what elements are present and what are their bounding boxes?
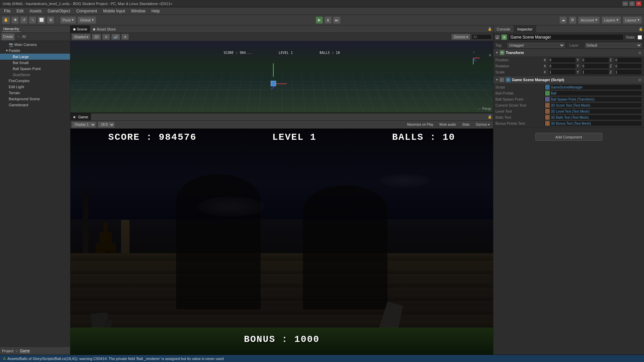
menu-assets[interactable]: Assets [27,8,44,14]
ballspawn-ref[interactable]: Ball Spawn Point (Transform) [544,97,642,102]
lock-game-btn[interactable]: 🔒 [488,115,492,119]
scale-z[interactable]: 1 [614,69,642,75]
menu-edit[interactable]: Edit [14,8,26,14]
hierarchy-item-duststorm[interactable]: DustStorm [0,72,70,78]
account-dropdown[interactable]: Account ▾ [578,16,600,24]
global-dropdown[interactable]: Global ▾ [77,16,96,24]
leveltext-ref[interactable]: 3D Level Text (Text Mesh) [544,109,642,114]
scale-tool-button[interactable]: ⤡ [29,16,36,24]
hierarchy-item-firecomplex[interactable]: FireComplex [0,78,70,84]
hand-tool-button[interactable]: ✋ [2,16,10,24]
game-view[interactable]: SCORE : 984576 LEVEL 1 BALLS : 10 BONUS … [70,129,493,355]
ballstext-ref[interactable]: 3D Balls Text (Text Mesh) [544,115,642,120]
scene-view[interactable]: Shaded ▾ 2D ☀ 🔊 ✦ Gizmos ▾ SCORE : 984..… [70,33,493,113]
play-button[interactable]: ▶ [316,16,323,24]
lock-scene-btn[interactable]: 🔒 [488,27,492,31]
script-ref[interactable]: GameSceneManager [544,84,642,90]
all-filter[interactable]: All [22,35,26,39]
go-active-toggle[interactable]: ✓ [495,35,499,39]
asset-store-tab[interactable]: ◼ Asset Store [90,25,119,33]
inspector-tab[interactable]: Inspector [514,25,536,33]
menu-help[interactable]: Help [149,8,163,14]
layer-select[interactable]: Default [585,43,642,48]
menu-window[interactable]: Window [128,8,148,14]
lock-inspector-btn[interactable]: 🔒 [637,27,644,31]
tag-select[interactable]: Untagged [507,43,565,48]
transform-tool-button[interactable]: ⊞ [47,16,54,24]
add-component-button[interactable]: Add Component [535,133,602,141]
menu-mobileinput[interactable]: Mobile Input [100,8,127,14]
pivot-dropdown[interactable]: Pivot ▾ [60,16,76,24]
scene-search[interactable] [472,34,492,40]
rotation-z[interactable]: 0 [614,63,642,69]
hierarchy-item-editlight[interactable]: Edit Light [0,84,70,90]
scoretext-ref[interactable]: 3D Score Text (Text Mesh) [544,103,642,108]
menu-file[interactable]: File [1,8,13,14]
maximize-button[interactable]: □ [629,1,635,6]
hierarchy-item-paddle[interactable]: ▼ Paddle [0,48,70,54]
script-settings-btn[interactable]: ⚙ [637,77,642,82]
gizmos-button[interactable]: Gizmos ▾ [451,34,470,40]
rotation-y[interactable]: 0 [581,63,609,69]
close-button[interactable]: ✕ [636,1,641,6]
hierarchy-toolbar: Create + All [0,33,70,41]
scene-close-btn[interactable]: ✕ [488,53,492,58]
scale-y[interactable]: 1 [581,69,609,75]
transform-settings-btn[interactable]: ⚙ [637,50,642,55]
minimize-button[interactable]: — [623,1,628,6]
console-tab[interactable]: Console [493,25,514,33]
display-select[interactable]: Display 1 [72,122,96,128]
transform-header[interactable]: ▼ ⊕ Transform ⚙ [493,49,644,56]
rotate-tool-button[interactable]: ↺ [20,16,28,24]
services-button[interactable]: ⚙ [569,16,576,24]
collab-button[interactable]: ☁ [559,16,567,24]
position-y[interactable]: 0 [581,57,609,63]
position-z[interactable]: 0 [614,57,642,63]
step-button[interactable]: ⏭ [333,16,340,24]
ballprefab-ref[interactable]: Ball [544,90,642,96]
script-enabled-checkbox[interactable]: ✓ [500,78,504,82]
script-header[interactable]: ▼ ✓ # Game Scene Manager (Script) ⚙ [493,76,644,83]
static-checkbox[interactable] [638,35,642,40]
position-x[interactable]: 0 [548,57,576,63]
lighting-button[interactable]: ☀ [102,34,110,40]
game-tab[interactable]: ◼ Game [70,113,91,121]
mute-audio-btn[interactable]: Mute audio [437,122,458,128]
effects-button[interactable]: ✦ [121,34,129,40]
move-tool-button[interactable]: ✚ [11,16,19,24]
scene-canvas[interactable]: SCORE : 984... LEVEL 1 BALLS : 10 ← Per [70,41,493,113]
menu-gameobject[interactable]: GameObject [45,8,73,14]
gameobject-name-field[interactable] [509,34,624,40]
hierarchy-item-batsmall[interactable]: Bat Small [0,60,70,66]
hierarchy-item-maincamera[interactable]: 📷 Main Camera [0,42,70,48]
shaded-dropdown[interactable]: Shaded ▾ [72,34,91,40]
hierarchy-item-batlarge[interactable]: Bat Large [0,54,70,60]
bottom-panel-tabs: Project ◼ Game [0,347,70,355]
hierarchy-item-ballspawnpoint[interactable]: Ball Spawn Point [0,66,70,72]
scene-tab[interactable]: ◼ Scene [70,25,90,33]
hierarchy-item-bgscene[interactable]: Background Scene [0,96,70,102]
layers-dropdown[interactable]: Layers ▾ [602,16,621,24]
maximize-on-play-btn[interactable]: Maximize on Play [405,122,435,128]
hierarchy-item-gameboard[interactable]: Gameboard [0,102,70,108]
hierarchy-item-terrain[interactable]: Terrain [0,90,70,96]
create-button[interactable]: Create [1,33,15,41]
hierarchy-tab[interactable]: Hierarchy [2,26,20,32]
cloud-2 [379,174,430,187]
rotation-x[interactable]: 0 [548,63,576,69]
audio-button[interactable]: 🔊 [111,34,120,40]
gizmos-game-btn[interactable]: Gizmos ▾ [474,122,492,128]
console-bottom-tab[interactable]: Game [20,349,30,353]
menu-component[interactable]: Component [73,8,100,14]
sz-label: Z [610,70,614,74]
project-tab[interactable]: Project [2,349,13,353]
layout-dropdown[interactable]: Layout ▾ [623,16,642,24]
pause-button[interactable]: ⏸ [324,16,332,24]
rect-tool-button[interactable]: ⬜ [38,16,46,24]
bonustext-ref[interactable]: 3D Bonus Text (Text Mesh) [544,121,642,126]
scale-x[interactable]: 1 [548,69,576,75]
2d-button[interactable]: 2D [92,34,101,40]
scene-object-bat[interactable] [271,81,276,86]
stats-btn[interactable]: Stats [460,122,472,128]
aspect-select[interactable]: 16:9 [98,122,115,128]
